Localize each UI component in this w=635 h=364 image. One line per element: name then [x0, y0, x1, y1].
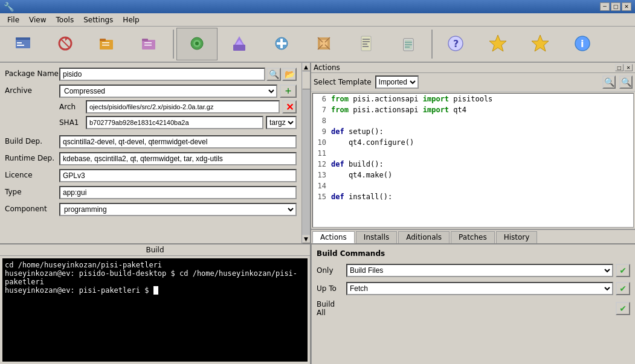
zoom-in-button[interactable]: 🔍: [602, 75, 616, 89]
svg-marker-42: [532, 35, 549, 51]
build-button[interactable]: [388, 28, 429, 60]
help-button[interactable]: ?: [435, 28, 476, 60]
runtime-dep-input[interactable]: [59, 152, 297, 165]
licence-label: Licence: [5, 169, 59, 179]
template-select[interactable]: Imported: [375, 75, 419, 89]
only-run-button[interactable]: ✔: [616, 264, 630, 277]
licence-row: Licence: [5, 169, 297, 182]
build-dep-input[interactable]: [59, 135, 297, 148]
left-panel: Package Name 🔍 📂 Archive: [0, 63, 311, 243]
svg-rect-7: [100, 39, 106, 41]
archive-type-select[interactable]: Compressed: [59, 85, 277, 98]
pisi-spec-button[interactable]: [520, 28, 561, 60]
scroll-down-arrow[interactable]: ▼: [302, 235, 311, 243]
component-row: Component programming: [5, 203, 297, 216]
code-line-11: 11: [313, 148, 633, 159]
tab-aditionals[interactable]: Aditionals: [398, 231, 450, 243]
licence-input[interactable]: [59, 169, 297, 182]
package-name-row: Package Name 🔍 📂: [5, 68, 297, 81]
svg-text:?: ?: [453, 38, 459, 49]
actions-api-button[interactable]: [477, 28, 518, 60]
upto-run-button[interactable]: ✔: [616, 282, 630, 295]
code-line-15: 15 def install():: [313, 191, 633, 202]
aditionals-button[interactable]: [261, 28, 302, 60]
build-icon: [399, 34, 418, 53]
zoom-out-button[interactable]: 🔍: [619, 75, 633, 89]
package-name-folder-button[interactable]: 📂: [282, 68, 297, 81]
left-scrollbar[interactable]: ▲ ▼: [301, 63, 310, 243]
open-ppd-button[interactable]: [129, 28, 170, 60]
bottom-row: Build cd /home/huseyinkozan/pisi-paketle…: [0, 243, 635, 364]
sha1-input[interactable]: [86, 116, 263, 129]
svg-text:i: i: [581, 38, 584, 49]
patches-button[interactable]: [303, 28, 344, 60]
reset-button[interactable]: [45, 28, 86, 60]
component-select[interactable]: programming: [59, 203, 297, 216]
svg-rect-13: [144, 45, 152, 46]
arch-delete-button[interactable]: ✕: [282, 100, 297, 113]
actions-panel-title: Actions: [314, 63, 340, 72]
panel-close-button[interactable]: ✕: [624, 64, 633, 71]
open-ws-button[interactable]: [87, 28, 128, 60]
menu-view[interactable]: View: [24, 14, 51, 25]
build-title: Build: [0, 244, 310, 256]
build-controls: Build Commands Only Build Files ✔ Up To …: [311, 244, 635, 364]
type-input[interactable]: [59, 186, 297, 199]
svg-rect-22: [277, 42, 286, 45]
minimize-button[interactable]: ─: [600, 2, 610, 11]
runtime-dep-row: Runtime Dep.: [5, 152, 297, 165]
archive-row: Archive Compressed + Arch: [5, 85, 297, 132]
svg-rect-30: [363, 39, 370, 40]
only-select[interactable]: Build Files: [346, 264, 613, 277]
help-icon: ?: [446, 34, 465, 53]
build-right-panel: Build Commands Only Build Files ✔ Up To …: [311, 244, 635, 364]
change-ws-button[interactable]: [2, 28, 44, 60]
scroll-up-arrow[interactable]: ▲: [302, 63, 311, 71]
tab-actions[interactable]: Actions: [312, 231, 355, 243]
package-name-search-button[interactable]: 🔍: [266, 68, 281, 81]
archive-label: Archive: [5, 85, 59, 95]
menubar: File View Tools Settings Help: [0, 13, 635, 27]
package-name-input[interactable]: [59, 68, 265, 81]
code-editor[interactable]: 6 from pisi.actionsapi import pisitools …: [312, 93, 634, 228]
arch-input[interactable]: [86, 100, 280, 113]
svg-rect-33: [363, 46, 369, 47]
history-button[interactable]: [346, 28, 387, 60]
installs-button[interactable]: [219, 28, 260, 60]
actions-panel-titlebar: Actions □ ✕: [311, 63, 635, 73]
menu-help[interactable]: Help: [118, 14, 144, 25]
sha1-format-select[interactable]: targz: [266, 116, 297, 129]
actions-button[interactable]: [176, 28, 218, 60]
build-terminal[interactable]: cd /home/huseyinkozan/pisi-paketleri hus…: [2, 258, 308, 362]
scroll-track[interactable]: [302, 71, 311, 235]
panel-restore-button[interactable]: □: [615, 64, 624, 71]
code-line-10: 10 qt4.configure(): [313, 137, 633, 148]
menu-file[interactable]: File: [2, 14, 24, 25]
svg-rect-3: [17, 45, 24, 46]
tab-history[interactable]: History: [496, 231, 538, 243]
about-button[interactable]: i: [562, 28, 603, 60]
build-dep-label: Build Dep.: [5, 135, 59, 145]
menu-settings[interactable]: Settings: [79, 14, 118, 25]
window-controls: ─ □ ✕: [600, 2, 631, 11]
arch-label: Arch: [59, 103, 83, 111]
svg-rect-12: [144, 42, 152, 43]
tab-patches[interactable]: Patches: [451, 231, 495, 243]
menu-tools[interactable]: Tools: [51, 14, 79, 25]
scroll-thumb[interactable]: [302, 71, 311, 89]
type-row: Type: [5, 186, 297, 199]
svg-rect-31: [363, 41, 370, 42]
close-button[interactable]: ✕: [622, 2, 631, 11]
maximize-button[interactable]: □: [611, 2, 620, 11]
reset-icon: [56, 34, 75, 53]
svg-marker-41: [489, 35, 506, 51]
archive-add-button[interactable]: +: [280, 85, 297, 98]
type-label: Type: [5, 186, 59, 196]
upto-select[interactable]: Fetch: [346, 282, 613, 295]
sha1-label: SHA1: [59, 118, 83, 127]
form-area: Package Name 🔍 📂 Archive: [0, 63, 301, 243]
buildall-run-button[interactable]: ✔: [616, 302, 630, 315]
code-line-6: 6 from pisi.actionsapi import pisitools: [313, 94, 633, 104]
tab-installs[interactable]: Installs: [356, 231, 397, 243]
svg-rect-32: [363, 43, 367, 45]
